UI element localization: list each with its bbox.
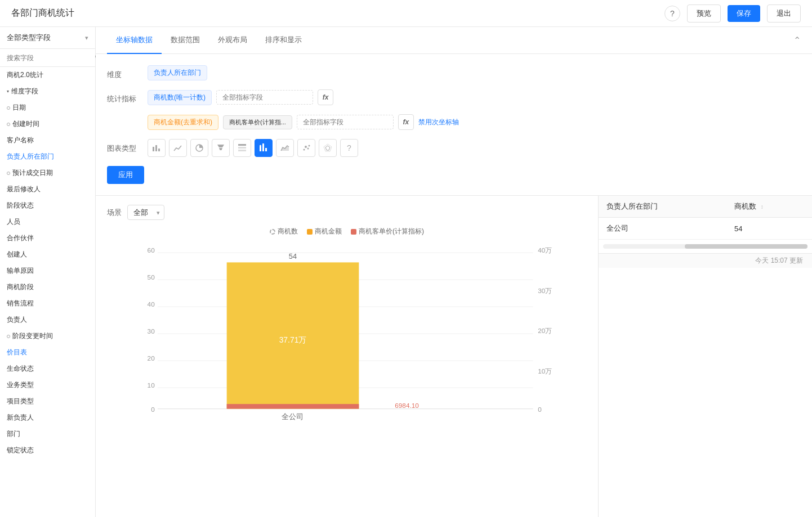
sidebar-item-owner[interactable]: 负责人 [0, 312, 95, 328]
chart-btn-radar[interactable] [319, 139, 337, 157]
scrollbar-track [603, 244, 807, 249]
sidebar-item-life-status[interactable]: 生命状态 [0, 361, 95, 377]
dot-icon [7, 106, 10, 110]
sidebar-item-biz-type[interactable]: 业务类型 [0, 377, 95, 393]
apply-button[interactable]: 应用 [107, 166, 144, 184]
chart-help-button[interactable]: ? [340, 139, 358, 157]
sidebar-item-partner[interactable]: 合作伙伴 [0, 230, 95, 246]
sidebar-item-opp-stage[interactable]: 商机阶段 [0, 279, 95, 295]
dimension-content: 负责人所在部门 [148, 65, 207, 80]
stat-tag3[interactable]: 商机客单价(计算指... [223, 115, 292, 129]
stat-tag2[interactable]: 商机金额(去重求和) [148, 115, 218, 130]
scene-select-wrap: 全部 [127, 205, 164, 220]
dimension-tag[interactable]: 负责人所在部门 [148, 65, 207, 80]
svg-point-15 [304, 149, 305, 151]
svg-text:20万: 20万 [538, 327, 552, 334]
dot-icon [7, 123, 10, 126]
tabs-left: 坐标轴数据 数据范围 外观布局 排序和显示 [107, 27, 311, 53]
sidebar-item-pricelist[interactable]: 价目表 [0, 344, 95, 361]
chart-btn-bar[interactable] [148, 139, 166, 157]
svg-text:40万: 40万 [538, 246, 552, 254]
chart-btn-bar-highlight[interactable] [255, 139, 273, 157]
sort-icon[interactable]: ↕ [761, 204, 764, 210]
sidebar-item-deal-date[interactable]: 预计成交日期 [0, 165, 95, 181]
legend-label-amount: 商机金额 [315, 227, 342, 236]
svg-rect-8 [238, 150, 246, 151]
legend-item-unit-price: 商机客单价(计算指标) [351, 227, 424, 236]
legend-dot-unit-price [351, 229, 356, 235]
stat-input2[interactable] [297, 115, 394, 129]
sidebar-item-creator[interactable]: 创建人 [0, 246, 95, 263]
sidebar-item-person[interactable]: 人员 [0, 214, 95, 230]
preview-button[interactable]: 预览 [687, 5, 721, 23]
sidebar-item-lock-status[interactable]: 锁定状态 [0, 442, 95, 458]
chart-btn-area[interactable] [276, 139, 294, 157]
sidebar-section-title: 商机2.0统计 [0, 67, 95, 83]
sidebar-item-project-type[interactable]: 项目类型 [0, 393, 95, 410]
chart-svg: 60 50 40 30 20 10 0 40万 30万 20万 10万 0 [107, 241, 587, 421]
stat-tag1[interactable]: 商机数(唯一计数) [148, 90, 212, 105]
exit-button[interactable]: 退出 [767, 5, 801, 23]
tab-sort-display[interactable]: 排序和显示 [256, 27, 311, 54]
chart-icons-row: ? [148, 139, 358, 157]
chart-section: 场景 全部 商机数 商机金额 [96, 196, 812, 517]
svg-rect-7 [238, 147, 246, 149]
dimension-group[interactable]: ▾ 维度字段 [0, 83, 95, 100]
tab-appearance[interactable]: 外观布局 [209, 27, 256, 54]
sidebar-item-lose-reason[interactable]: 输单原因 [0, 263, 95, 279]
config-area: 维度 负责人所在部门 统计指标 商机数(唯一计数) fx [96, 54, 812, 196]
chart-type-content: ? [148, 139, 358, 157]
scrollbar-area[interactable] [599, 240, 812, 253]
chart-btn-line[interactable] [169, 139, 187, 157]
table-right: 负责人所在部门 商机数 ↕ 全公司 54 [598, 196, 812, 517]
sidebar-item-stage-status[interactable]: 阶段状态 [0, 197, 95, 214]
collapse-button[interactable]: ⌃ [793, 35, 801, 46]
help-button[interactable]: ? [664, 6, 680, 21]
sidebar-item-date[interactable]: 日期 [0, 100, 95, 116]
svg-rect-2 [158, 149, 160, 151]
chart-btn-table[interactable] [233, 139, 251, 157]
tab-bar: 坐标轴数据 数据范围 外观布局 排序和显示 ⌃ [96, 27, 812, 54]
chart-type-row: 图表类型 [107, 139, 801, 157]
svg-text:10万: 10万 [538, 367, 552, 375]
chevron-down-icon: ▾ [85, 34, 88, 42]
triangle-icon: ▾ [7, 89, 9, 94]
stat-row: 统计指标 商机数(唯一计数) fx 商机金额(去重求和) 商机客单价(计算指..… [107, 89, 801, 130]
legend-label-count: 商机数 [278, 227, 298, 236]
sidebar-item-new-owner[interactable]: 新负责人 [0, 410, 95, 426]
svg-rect-0 [153, 147, 154, 151]
sidebar-item-create-time[interactable]: 创建时间 [0, 116, 95, 132]
dot-icon [7, 335, 10, 338]
tab-axis-data[interactable]: 坐标轴数据 [107, 27, 162, 54]
svg-marker-5 [219, 148, 222, 150]
sidebar-item-sales-flow[interactable]: 销售流程 [0, 295, 95, 312]
sidebar-item-customer[interactable]: 客户名称 [0, 132, 95, 149]
bar-line [227, 404, 359, 409]
table-cell-dept: 全公司 [599, 218, 726, 240]
search-input[interactable] [7, 54, 91, 62]
svg-text:10: 10 [148, 381, 155, 389]
legend-dot-amount [307, 229, 313, 235]
stat-label: 统计指标 [107, 89, 141, 104]
svg-rect-10 [262, 145, 264, 151]
svg-rect-9 [260, 146, 261, 151]
fx-button1[interactable]: fx [318, 89, 333, 105]
stat-input1[interactable] [216, 90, 313, 105]
disable-axis-link[interactable]: 禁用次坐标轴 [418, 118, 459, 127]
chart-btn-pie[interactable] [190, 139, 208, 157]
fx-button2[interactable]: fx [398, 114, 414, 130]
svg-text:60: 60 [148, 246, 155, 254]
scene-select[interactable]: 全部 [127, 205, 164, 220]
chart-btn-funnel[interactable] [212, 139, 230, 157]
sidebar-item-department[interactable]: 部门 [0, 426, 95, 442]
type-selector[interactable]: 全部类型字段 ▾ [0, 27, 95, 49]
sidebar-item-stage-change-time[interactable]: 阶段变更时间 [0, 328, 95, 344]
svg-text:30: 30 [148, 327, 155, 335]
sidebar-item-dept[interactable]: 负责人所在部门 [0, 149, 95, 165]
tab-data-range[interactable]: 数据范围 [162, 27, 209, 54]
legend-label-unit-price: 商机客单价(计算指标) [359, 227, 424, 236]
content-area: 坐标轴数据 数据范围 外观布局 排序和显示 ⌃ 维度 负责人所在部门 统计指标 [96, 27, 812, 517]
sidebar-item-last-modifier[interactable]: 最后修改人 [0, 181, 95, 197]
chart-btn-scatter[interactable] [297, 139, 315, 157]
save-button[interactable]: 保存 [728, 5, 760, 22]
